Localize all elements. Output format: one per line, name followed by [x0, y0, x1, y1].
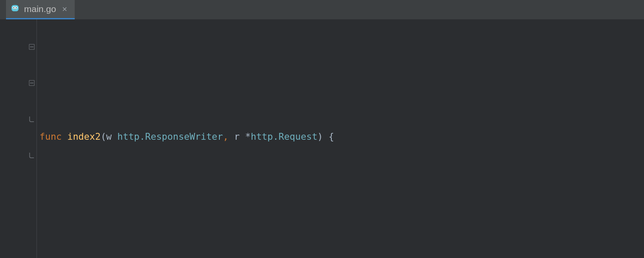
svg-point-4 — [16, 7, 17, 8]
fold-toggle-icon[interactable] — [28, 80, 35, 86]
close-icon[interactable]: × — [61, 4, 69, 14]
editor-gutter — [0, 19, 37, 258]
fold-toggle-icon[interactable] — [28, 43, 35, 50]
tab-main-go[interactable]: main.go × — [6, 0, 75, 19]
code-editor[interactable]: func index2(w http.ResponseWriter, r *ht… — [0, 19, 644, 258]
fold-end-icon[interactable] — [28, 152, 35, 159]
code-area[interactable]: func index2(w http.ResponseWriter, r *ht… — [37, 19, 644, 258]
svg-rect-0 — [12, 5, 19, 11]
gopher-icon — [10, 3, 20, 15]
svg-point-3 — [13, 7, 14, 8]
keyword-func: func — [39, 131, 62, 142]
svg-point-5 — [15, 9, 15, 10]
func-name: index2 — [67, 131, 101, 142]
code-line — [37, 200, 644, 218]
code-line: func index2(w http.ResponseWriter, r *ht… — [37, 128, 644, 146]
tab-bar: main.go × — [0, 0, 644, 19]
fold-end-icon[interactable] — [28, 116, 35, 123]
tab-filename: main.go — [24, 4, 56, 14]
